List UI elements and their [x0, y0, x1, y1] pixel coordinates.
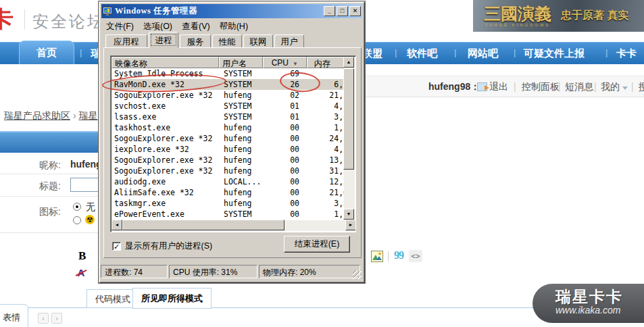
- process-mem-cell: 4,0: [310, 101, 344, 111]
- tab-4[interactable]: 性能: [212, 34, 242, 48]
- font-color-button[interactable]: A: [75, 267, 87, 278]
- logo-fragment: 卡: [0, 4, 20, 34]
- nav-item[interactable]: 可疑文件上报: [524, 47, 585, 60]
- menu-item[interactable]: 帮助(H): [215, 20, 253, 34]
- control-panel-link[interactable]: 控制面板: [522, 81, 560, 93]
- process-row[interactable]: SogouExplorer.exe *32hufeng0024,4: [112, 133, 344, 144]
- ad-banner[interactable]: 三國演義 THREE KINGDOMS 忠于原著 真实: [473, 0, 644, 32]
- logout-icon: [477, 82, 487, 91]
- process-row[interactable]: SogouExplorer.exe *32hufeng0031,5: [112, 166, 344, 176]
- process-cpu-cell: 01: [266, 111, 310, 122]
- scroll-up-icon[interactable]: ▲: [343, 57, 354, 68]
- smilies-prev-button[interactable]: ‹: [38, 313, 49, 324]
- minimize-button[interactable]: _: [324, 6, 335, 16]
- column-header[interactable]: 内存: [307, 57, 344, 68]
- search-link-partial[interactable]: 搜: [639, 81, 644, 93]
- screen: 卡 安全论坛 三國演義 THREE KINGDOMS 忠于原著 真实 首页 | …: [0, 0, 644, 327]
- process-row[interactable]: audiodg.exeLOCAL...0012,2: [112, 176, 344, 187]
- nav-item-home[interactable]: 首页: [19, 41, 74, 64]
- scroll-left-icon[interactable]: ◄: [112, 220, 122, 230]
- process-mem-cell: 12,2: [310, 176, 344, 187]
- end-process-button[interactable]: 结束进程(E): [284, 236, 350, 253]
- bold-button[interactable]: B: [78, 249, 86, 263]
- hscroll-thumb[interactable]: [122, 220, 284, 230]
- tab-3[interactable]: 服务: [180, 34, 211, 48]
- column-header[interactable]: 映像名称: [112, 57, 219, 68]
- process-row[interactable]: taskhost.exehufeng001,4: [112, 122, 344, 133]
- process-row[interactable]: AliimSafe.exe *32hufeng0021,6: [112, 187, 344, 198]
- process-row[interactable]: svchost.exeSYSTEM014,0: [112, 101, 344, 111]
- process-user-cell: SYSTEM: [221, 79, 266, 90]
- process-row[interactable]: lsass.exeSYSTEM013,6: [112, 111, 344, 122]
- title-label: 标题:: [39, 180, 61, 193]
- process-mem-cell: 31,5: [310, 166, 344, 176]
- process-name-cell: iexplore.exe *32: [112, 144, 221, 155]
- process-row[interactable]: ePowerEvent.exeSYSTEM001,5: [112, 209, 344, 220]
- status-cpu-usage: CPU 使用率: 31%: [169, 265, 257, 278]
- site-title: 安全论坛: [32, 11, 105, 32]
- tab-5[interactable]: 联网: [243, 34, 273, 48]
- tab-2[interactable]: 进程: [149, 32, 178, 48]
- process-row[interactable]: taskmgr.exehufeng003,5: [112, 198, 344, 209]
- user-bar-separator: |: [514, 81, 516, 92]
- smilies-label: 表情: [3, 311, 20, 324]
- tab-6[interactable]: 用户: [274, 34, 304, 48]
- process-cpu-cell: 00: [266, 187, 310, 198]
- horizontal-scrollbar[interactable]: ◄ ►: [112, 220, 356, 231]
- column-header[interactable]: 用户名: [219, 57, 263, 68]
- tab-wysiwyg-mode[interactable]: 所见即所得模式: [132, 288, 212, 309]
- process-mem-cell: 3,6: [310, 111, 344, 122]
- insert-image-button[interactable]: [371, 251, 383, 262]
- process-name-cell: taskhost.exe: [112, 122, 221, 133]
- vscroll-thumb[interactable]: [343, 68, 354, 170]
- logout-link[interactable]: 退出: [489, 81, 508, 93]
- process-user-cell: hufeng: [221, 122, 266, 133]
- nav-item[interactable]: 网站吧: [468, 47, 498, 60]
- process-user-cell: hufeng: [221, 90, 266, 101]
- menu-item[interactable]: 查看(V): [177, 20, 215, 34]
- image-icon: [371, 251, 383, 262]
- process-user-cell: SYSTEM: [221, 68, 266, 79]
- task-manager-titlebar[interactable]: Windows 任务管理器 _ □ ✕: [101, 4, 362, 18]
- nav-item[interactable]: 卡卡: [616, 47, 637, 60]
- my-menu-link[interactable]: 我的: [601, 81, 628, 93]
- quote-button[interactable]: 99: [394, 249, 403, 261]
- nav-separator: |: [80, 47, 82, 57]
- username[interactable]: hufeng98：: [428, 81, 480, 93]
- column-header[interactable]: CPU▼: [263, 57, 307, 68]
- show-all-users-checkbox[interactable]: ✓: [112, 242, 121, 251]
- code-button[interactable]: <>: [409, 250, 422, 262]
- process-cpu-cell: 00: [266, 209, 310, 220]
- close-button[interactable]: ✕: [349, 6, 361, 16]
- process-name-cell: audiodg.exe: [112, 176, 221, 187]
- site-logo[interactable]: 卡: [0, 4, 20, 34]
- banner-tagline: 忠于原著 真实: [561, 9, 628, 23]
- process-row[interactable]: iexplore.exe *32hufeng004,4: [112, 144, 344, 155]
- icon-radio-none[interactable]: [73, 203, 81, 211]
- tab-code-mode[interactable]: 代码模式: [86, 289, 139, 308]
- breadcrumb-forum-link[interactable]: 瑞星产品求助区: [4, 110, 70, 121]
- smilies-next-button[interactable]: ›: [51, 313, 62, 324]
- process-row[interactable]: SogouExplorer.exe *32hufeng0013,3: [112, 155, 344, 166]
- vertical-scrollbar[interactable]: ▲ ▼: [344, 57, 355, 220]
- menu-item[interactable]: 文件(F): [101, 20, 139, 34]
- banner-title: 三國演義: [484, 5, 551, 23]
- user-bar-separator: |: [631, 81, 634, 92]
- process-cpu-cell: 00: [266, 176, 310, 187]
- task-manager-icon: [103, 7, 112, 16]
- scroll-right-icon[interactable]: ►: [345, 220, 356, 230]
- process-name-cell: SogouExplorer.exe *32: [112, 166, 221, 176]
- icon-radio-hazard[interactable]: [73, 216, 81, 224]
- tab-1[interactable]: 应用程序: [105, 34, 147, 48]
- watermark-title: 瑞星卡卡: [555, 288, 644, 305]
- scroll-down-icon[interactable]: ▼: [343, 209, 354, 220]
- process-name-cell: ePowerEvent.exe: [112, 209, 221, 220]
- chevron-down-icon: [622, 86, 628, 90]
- maximize-button[interactable]: □: [337, 6, 348, 16]
- nav-item[interactable]: 联盟: [362, 47, 382, 60]
- process-name-cell: AliimSafe.exe *32: [112, 187, 221, 198]
- nav-item[interactable]: 软件吧: [407, 47, 437, 60]
- icon-label: 图标:: [39, 206, 61, 218]
- messages-link[interactable]: 短消息: [565, 81, 593, 93]
- breadcrumb-thread-link[interactable]: 瑞星: [79, 110, 98, 121]
